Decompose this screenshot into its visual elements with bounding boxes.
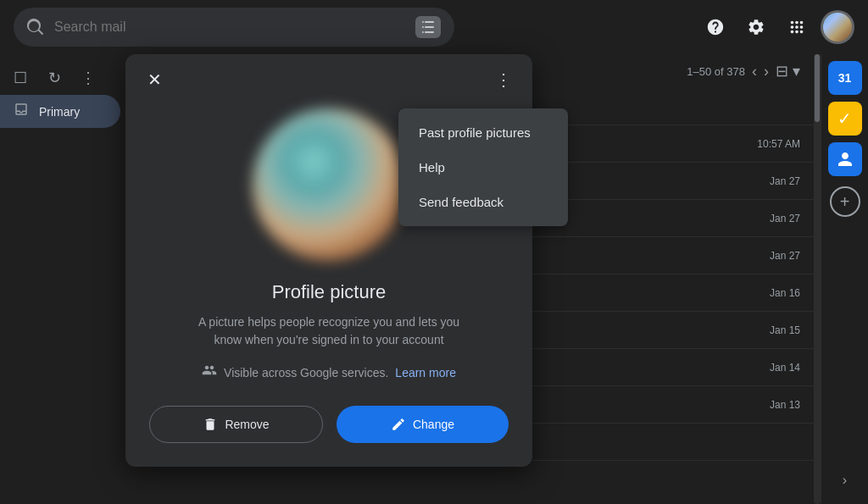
search-input[interactable] bbox=[54, 19, 405, 35]
add-panel-button[interactable]: + bbox=[830, 186, 860, 217]
learn-more-link[interactable]: Learn more bbox=[395, 366, 456, 379]
menu-item-past-pictures[interactable]: Past profile pictures bbox=[398, 115, 568, 150]
right-panel: 31 ✓ + › bbox=[821, 54, 868, 504]
pagination-prev-button[interactable]: ‹ bbox=[752, 63, 757, 80]
contacts-panel-icon[interactable] bbox=[828, 142, 862, 176]
scrollbar-thumb[interactable] bbox=[815, 54, 820, 122]
search-icon bbox=[27, 19, 44, 36]
dialog-title: Profile picture bbox=[272, 281, 387, 303]
change-button[interactable]: Change bbox=[337, 406, 509, 443]
pagination-label: 1–50 of 378 bbox=[687, 65, 745, 78]
email-date: Jan 27 bbox=[749, 175, 800, 187]
sidebar-tab-label: Primary bbox=[39, 105, 80, 119]
remove-icon bbox=[203, 417, 218, 432]
dialog-close-button[interactable]: ✕ bbox=[139, 64, 170, 95]
scrollbar-track[interactable] bbox=[814, 54, 821, 504]
refresh-button[interactable]: ↻ bbox=[41, 64, 68, 91]
calendar-number: 31 bbox=[838, 71, 852, 85]
more-icon: ⋮ bbox=[495, 69, 512, 90]
profile-photo[interactable] bbox=[253, 108, 405, 261]
more-options-button[interactable]: ⋮ bbox=[75, 64, 102, 91]
email-date: Jan 14 bbox=[749, 362, 800, 374]
email-date: Jan 15 bbox=[749, 324, 800, 336]
dialog-actions: Remove Change bbox=[125, 406, 532, 443]
search-box bbox=[14, 8, 454, 47]
tasks-panel-icon[interactable]: ✓ bbox=[828, 102, 862, 136]
email-date: Jan 13 bbox=[749, 399, 800, 411]
change-label: Change bbox=[413, 418, 454, 431]
remove-label: Remove bbox=[225, 418, 269, 431]
sidebar: ☐ ↻ ⋮ Primary bbox=[0, 54, 127, 504]
visibility-text: Visible across Google services. bbox=[224, 366, 388, 379]
pagination-next-button[interactable]: › bbox=[764, 63, 769, 80]
sidebar-toolbar: ☐ ↻ ⋮ bbox=[0, 61, 127, 95]
dialog-subtitle: A picture helps people recognize you and… bbox=[193, 313, 465, 349]
menu-item-help[interactable]: Help bbox=[398, 150, 568, 185]
menu-item-send-feedback[interactable]: Send feedback bbox=[398, 185, 568, 219]
apps-button[interactable] bbox=[780, 10, 814, 44]
close-icon: ✕ bbox=[147, 69, 162, 90]
remove-button[interactable]: Remove bbox=[149, 406, 323, 443]
email-date: Jan 27 bbox=[749, 250, 800, 262]
visibility-row: Visible across Google services. Learn mo… bbox=[202, 363, 456, 382]
visibility-icon bbox=[202, 363, 217, 382]
inbox-icon bbox=[14, 102, 29, 121]
avatar bbox=[821, 11, 854, 43]
email-date: Jan 16 bbox=[749, 287, 800, 299]
email-date: 10:57 AM bbox=[749, 138, 800, 150]
top-bar bbox=[0, 0, 868, 54]
context-menu: Past profile pictures Help Send feedback bbox=[398, 108, 568, 226]
email-date: Jan 27 bbox=[749, 213, 800, 224]
top-right-icons bbox=[698, 10, 854, 44]
settings-button[interactable] bbox=[739, 10, 773, 44]
filter-icon[interactable] bbox=[415, 16, 441, 38]
help-button[interactable] bbox=[698, 10, 732, 44]
avatar-button[interactable] bbox=[821, 10, 854, 44]
edit-icon bbox=[391, 417, 406, 432]
expand-panel-button[interactable]: › bbox=[828, 463, 862, 497]
checkbox-button[interactable]: ☐ bbox=[7, 64, 34, 91]
view-icon: ⊟ ▾ bbox=[776, 62, 800, 80]
sidebar-tab-primary[interactable]: Primary bbox=[0, 95, 120, 128]
calendar-panel-icon[interactable]: 31 bbox=[828, 61, 862, 95]
dialog-more-button[interactable]: ⋮ bbox=[488, 64, 519, 95]
dialog-topbar: ✕ ⋮ bbox=[125, 54, 532, 95]
